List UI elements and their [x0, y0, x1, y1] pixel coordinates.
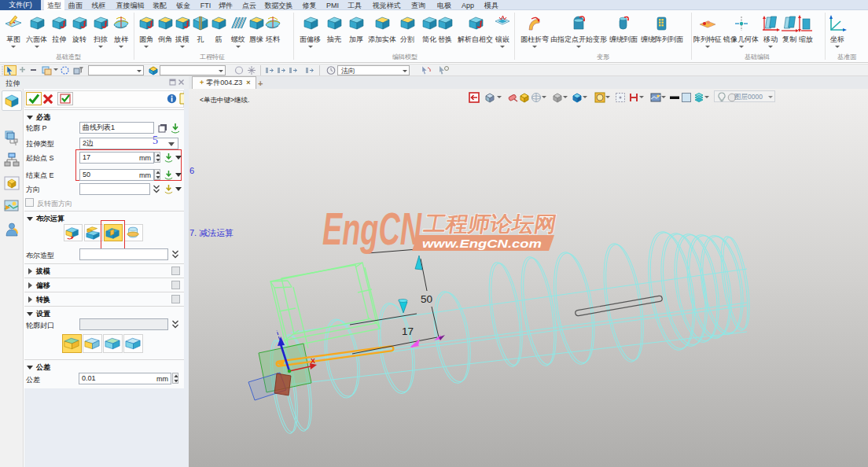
svg-text:50: 50	[421, 293, 432, 305]
svg-text:17: 17	[402, 325, 414, 337]
svg-text:EngCN: EngCN	[322, 203, 422, 254]
svg-text:www.EngCN.com: www.EngCN.com	[422, 237, 542, 250]
svg-text:X: X	[311, 357, 315, 365]
svg-text:工程师论坛网: 工程师论坛网	[422, 211, 558, 236]
